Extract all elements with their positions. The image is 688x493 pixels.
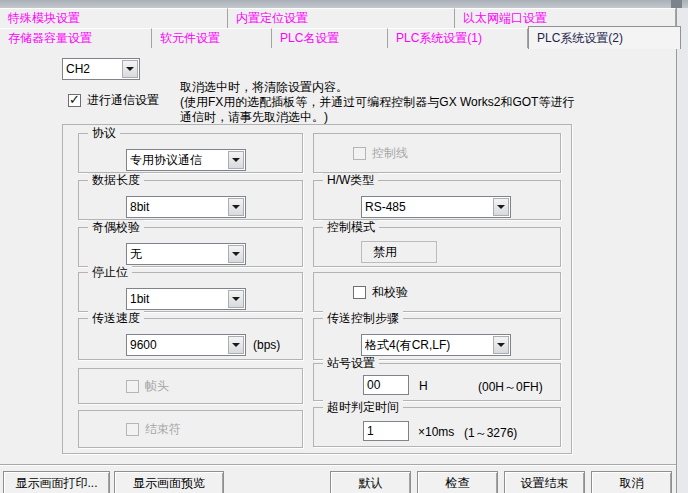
check-button[interactable]: 检查 — [417, 471, 498, 493]
baud-rate-select[interactable]: 9600 — [126, 334, 246, 356]
window-right-frame — [676, 8, 688, 493]
timeout-unit: ×10ms — [418, 425, 454, 439]
cancel-button[interactable]: 取消 — [591, 471, 672, 493]
dropdown-arrow-icon[interactable] — [228, 151, 244, 169]
dropdown-arrow-icon[interactable] — [122, 60, 138, 78]
hw-type-groupbox: H/W类型 RS-485 — [313, 180, 561, 220]
parity-value: 无 — [130, 244, 227, 264]
tab-row-2: 存储器容量设置 软元件设置 PLC名设置 PLC系统设置(1) PLC系统设置(… — [0, 28, 676, 48]
frame-header-groupbox: 帧头 — [78, 368, 303, 404]
checkbox-box[interactable] — [353, 286, 366, 299]
transmission-control-value: 格式4(有CR,LF) — [365, 335, 492, 355]
stop-bit-label: 停止位 — [88, 265, 132, 279]
protocol-groupbox: 协议 专用协议通信 — [78, 133, 303, 173]
dropdown-arrow-icon[interactable] — [493, 336, 509, 354]
timeout-groupbox: 超时判定时间 ×10ms (1～3276) — [313, 407, 561, 447]
tab-plc-system-settings-1[interactable]: PLC系统设置(1) — [388, 28, 528, 48]
protocol-select[interactable]: 专用协议通信 — [126, 149, 246, 171]
channel-select[interactable]: CH2 — [62, 58, 140, 80]
transmission-control-groupbox: 传送控制步骤 格式4(有CR,LF) — [313, 318, 561, 360]
sum-check-groupbox: 和校验 — [313, 272, 561, 312]
tab-plc-name-settings[interactable]: PLC名设置 — [272, 28, 388, 48]
dropdown-arrow-icon[interactable] — [228, 290, 244, 308]
dropdown-arrow-icon[interactable] — [228, 245, 244, 263]
parity-label: 奇偶校验 — [88, 220, 144, 234]
data-length-groupbox: 数据长度 8bit — [78, 180, 303, 220]
note-line-2: (使用FX用的选配插板等，并通过可编程控制器与GX Works2和GOT等进行 — [180, 95, 574, 110]
terminator-label: 结束符 — [145, 423, 181, 436]
station-number-input[interactable] — [363, 375, 409, 395]
control-line-label: 控制线 — [372, 147, 408, 160]
parity-groupbox: 奇偶校验 无 — [78, 227, 303, 267]
stop-bit-groupbox: 停止位 1bit — [78, 272, 303, 312]
parity-select[interactable]: 无 — [126, 243, 246, 265]
station-number-range: (00H～0FH) — [478, 379, 543, 396]
control-line-checkbox: 控制线 — [353, 147, 408, 160]
tab-special-module-settings[interactable]: 特殊模块设置 — [0, 8, 228, 28]
bottom-separator — [0, 464, 676, 466]
window-top-notch — [671, 0, 682, 8]
station-number-label: 站号设置 — [323, 356, 379, 370]
note-line-3: 通信时，请事先取消选中。) — [180, 110, 574, 125]
hw-type-label: H/W类型 — [323, 173, 378, 187]
note-text: 取消选中时，将清除设置内容。 (使用FX用的选配插板等，并通过可编程控制器与GX… — [180, 80, 574, 125]
tab-device-settings[interactable]: 软元件设置 — [152, 28, 272, 48]
tab-plc-system-settings-2[interactable]: PLC系统设置(2) — [528, 26, 681, 49]
checkbox-box[interactable]: ✓ — [68, 94, 81, 107]
timeout-input[interactable] — [363, 421, 409, 441]
control-line-groupbox: 控制线 — [313, 133, 561, 173]
control-mode-groupbox: 控制模式 禁用 — [313, 227, 561, 267]
tab-ethernet-port-settings[interactable]: 以太网端口设置 — [455, 8, 676, 28]
control-mode-value: 禁用 — [361, 241, 437, 263]
station-number-suffix: H — [419, 379, 428, 393]
print-screen-button[interactable]: 显示画面打印... — [3, 471, 110, 493]
station-number-groupbox: 站号设置 H (00H～0FH) — [313, 363, 561, 401]
window-top-frame — [0, 0, 688, 8]
sum-check-label: 和校验 — [372, 286, 408, 299]
check-icon: ✓ — [69, 92, 80, 107]
data-length-value: 8bit — [130, 197, 227, 217]
tab-memory-capacity-settings[interactable]: 存储器容量设置 — [0, 28, 152, 48]
data-length-select[interactable]: 8bit — [126, 196, 246, 218]
hw-type-select[interactable]: RS-485 — [361, 196, 511, 218]
checkbox-box — [126, 380, 139, 393]
baud-rate-unit: (bps) — [253, 338, 280, 352]
dropdown-arrow-icon[interactable] — [228, 198, 244, 216]
default-button[interactable]: 默认 — [330, 471, 411, 493]
baud-rate-label: 传送速度 — [88, 311, 144, 325]
protocol-label: 协议 — [88, 126, 120, 140]
hw-type-value: RS-485 — [365, 197, 492, 217]
timeout-label: 超时判定时间 — [323, 400, 403, 414]
timeout-range: (1～3276) — [464, 425, 517, 442]
control-mode-label: 控制模式 — [323, 220, 379, 234]
protocol-value: 专用协议通信 — [130, 150, 227, 170]
note-line-1: 取消选中时，将清除设置内容。 — [180, 80, 574, 95]
frame-header-label: 帧头 — [145, 380, 169, 393]
transmission-control-select[interactable]: 格式4(有CR,LF) — [361, 334, 511, 356]
frame-header-checkbox: 帧头 — [126, 380, 169, 393]
channel-select-value: CH2 — [66, 59, 121, 79]
dialog-body: CH2 ✓ 进行通信设置 取消选中时，将清除设置内容。 (使用FX用的选配插板等… — [0, 48, 676, 493]
baud-rate-groupbox: 传送速度 9600 (bps) — [78, 318, 303, 360]
stop-bit-value: 1bit — [130, 289, 227, 309]
stop-bit-select[interactable]: 1bit — [126, 288, 246, 310]
sum-check-checkbox[interactable]: 和校验 — [353, 286, 408, 299]
terminator-checkbox: 结束符 — [126, 423, 181, 436]
preview-screen-button[interactable]: 显示画面预览 — [114, 471, 224, 493]
tab-row-1: 特殊模块设置 内置定位设置 以太网端口设置 — [0, 8, 676, 28]
data-length-label: 数据长度 — [88, 173, 144, 187]
checkbox-box — [126, 423, 139, 436]
transmission-control-label: 传送控制步骤 — [323, 311, 403, 325]
setting-finish-button[interactable]: 设置结束 — [504, 471, 585, 493]
baud-rate-value: 9600 — [130, 335, 227, 355]
checkbox-box — [353, 147, 366, 160]
terminator-groupbox: 结束符 — [78, 410, 303, 448]
comm-setting-checkbox[interactable]: ✓ 进行通信设置 — [68, 94, 159, 107]
comm-setting-label: 进行通信设置 — [87, 94, 159, 107]
dropdown-arrow-icon[interactable] — [228, 336, 244, 354]
dropdown-arrow-icon[interactable] — [493, 198, 509, 216]
tab-builtin-positioning-settings[interactable]: 内置定位设置 — [228, 8, 455, 28]
